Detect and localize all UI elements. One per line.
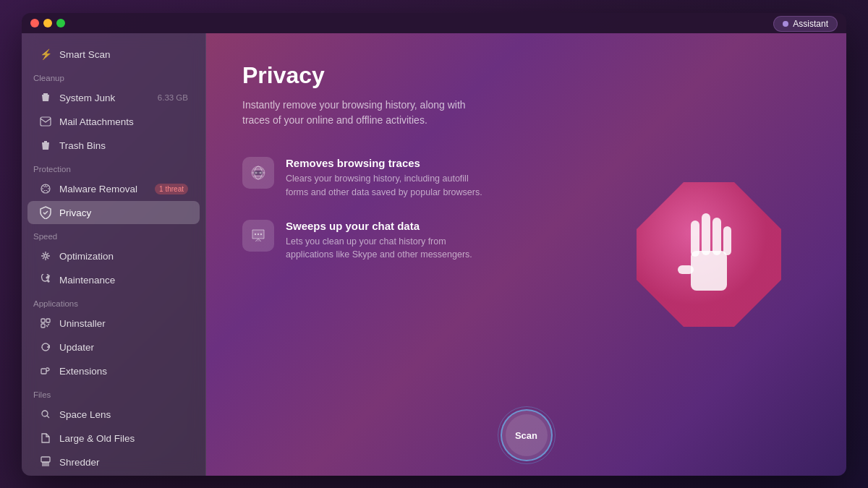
- sidebar-item-optimization[interactable]: Optimization: [27, 244, 200, 267]
- sidebar-item-malware-removal[interactable]: Malware Removal 1 threat: [27, 177, 200, 200]
- svg-rect-3: [41, 319, 45, 322]
- browsing-traces-text: Removes browsing traces Clears your brow…: [286, 157, 488, 200]
- browsing-traces-icon: [242, 157, 274, 189]
- scan-button[interactable]: Scan: [501, 409, 553, 461]
- updater-label: Updater: [59, 342, 94, 353]
- main-content: ⚡ Smart Scan Cleanup System Junk 6.33 GB: [22, 33, 846, 476]
- smart-scan-label: Smart Scan: [59, 49, 111, 60]
- trash-bins-label: Trash Bins: [59, 140, 106, 151]
- sidebar-item-shredder[interactable]: Shredder: [27, 450, 200, 474]
- browsing-traces-title: Removes browsing traces: [286, 157, 488, 169]
- updater-icon: [39, 341, 52, 354]
- system-junk-label: System Junk: [59, 93, 115, 103]
- assistant-button[interactable]: Assistant: [773, 16, 838, 32]
- uninstaller-icon: [39, 317, 52, 330]
- chat-data-desc: Lets you clean up your chat history from…: [286, 235, 488, 262]
- extensions-icon: [39, 364, 52, 377]
- minimize-button[interactable]: [43, 19, 52, 27]
- svg-point-7: [42, 411, 48, 416]
- mail-icon: [39, 115, 52, 128]
- mail-attachments-label: Mail Attachments: [59, 116, 134, 127]
- privacy-icon: [39, 206, 52, 219]
- sidebar-item-smart-scan[interactable]: ⚡ Smart Scan: [27, 43, 200, 66]
- scan-button-label: Scan: [506, 414, 548, 456]
- sidebar: ⚡ Smart Scan Cleanup System Junk 6.33 GB: [22, 33, 206, 476]
- space-lens-label: Space Lens: [59, 409, 111, 420]
- large-old-files-label: Large & Old Files: [59, 433, 135, 444]
- app-window: Assistant ⚡ Smart Scan Cleanup System Ju…: [22, 13, 846, 476]
- chat-data-text: Sweeps up your chat data Lets you clean …: [286, 220, 488, 262]
- sidebar-item-mail-attachments[interactable]: Mail Attachments: [27, 110, 200, 133]
- svg-rect-18: [691, 251, 727, 291]
- malware-removal-label: Malware Removal: [59, 184, 137, 194]
- section-speed: Speed: [22, 225, 205, 244]
- scan-button-wrap: Scan: [501, 409, 553, 461]
- privacy-label: Privacy: [59, 207, 91, 218]
- svg-rect-23: [723, 226, 731, 255]
- large-old-files-icon: [39, 432, 52, 445]
- main-area: Privacy Instantly remove your browsing h…: [206, 33, 846, 476]
- svg-rect-21: [702, 213, 710, 255]
- browsing-traces-desc: Clears your browsing history, including …: [286, 172, 488, 200]
- page-title: Privacy: [242, 62, 810, 89]
- extensions-label: Extensions: [59, 366, 107, 377]
- maintenance-icon: [39, 273, 52, 286]
- svg-rect-22: [712, 218, 721, 255]
- section-applications: Applications: [22, 292, 205, 311]
- svg-rect-6: [41, 369, 46, 374]
- svg-rect-19: [678, 265, 694, 274]
- traffic-lights: [30, 19, 65, 27]
- space-lens-icon: [39, 408, 52, 421]
- svg-rect-20: [691, 221, 699, 257]
- section-cleanup: Cleanup: [22, 67, 205, 85]
- assistant-dot: [783, 21, 788, 27]
- svg-point-13: [260, 172, 262, 174]
- section-files: Files: [22, 383, 205, 402]
- system-junk-icon: [39, 91, 52, 104]
- svg-point-12: [255, 172, 258, 174]
- svg-point-14: [255, 233, 256, 234]
- malware-icon: [39, 182, 52, 195]
- sidebar-item-system-junk[interactable]: System Junk 6.33 GB: [27, 86, 200, 109]
- sidebar-item-uninstaller[interactable]: Uninstaller: [27, 312, 200, 335]
- shredder-label: Shredder: [59, 457, 100, 468]
- trash-icon: [39, 139, 52, 152]
- uninstaller-label: Uninstaller: [59, 318, 106, 329]
- svg-rect-4: [46, 319, 50, 322]
- svg-point-15: [258, 233, 259, 234]
- svg-rect-0: [41, 117, 51, 126]
- system-junk-size: 6.33 GB: [158, 93, 188, 102]
- optimization-label: Optimization: [59, 251, 114, 262]
- maintenance-label: Maintenance: [59, 275, 115, 286]
- sidebar-item-maintenance[interactable]: Maintenance: [27, 268, 200, 291]
- title-bar: Assistant: [22, 13, 846, 33]
- shredder-icon: [39, 455, 52, 468]
- svg-rect-5: [41, 324, 45, 328]
- privacy-graphic: [629, 175, 788, 334]
- optimization-icon: [39, 249, 52, 262]
- smart-scan-icon: ⚡: [39, 48, 52, 61]
- assistant-label: Assistant: [793, 19, 828, 29]
- close-button[interactable]: [30, 19, 39, 27]
- sidebar-item-privacy[interactable]: Privacy: [27, 201, 200, 224]
- svg-point-16: [260, 233, 262, 234]
- svg-point-2: [44, 254, 47, 257]
- chat-data-title: Sweeps up your chat data: [286, 220, 488, 232]
- maximize-button[interactable]: [56, 19, 65, 27]
- sidebar-item-extensions[interactable]: Extensions: [27, 359, 200, 382]
- chat-data-icon: [242, 220, 274, 252]
- svg-rect-8: [41, 457, 50, 462]
- sidebar-item-large-old-files[interactable]: Large & Old Files: [27, 427, 200, 450]
- malware-badge: 1 threat: [155, 184, 188, 194]
- sidebar-item-trash-bins[interactable]: Trash Bins: [27, 134, 200, 157]
- sidebar-item-updater[interactable]: Updater: [27, 335, 200, 359]
- sidebar-item-space-lens[interactable]: Space Lens: [27, 403, 200, 426]
- page-subtitle: Instantly remove your browsing history, …: [242, 98, 474, 128]
- section-protection: Protection: [22, 158, 205, 176]
